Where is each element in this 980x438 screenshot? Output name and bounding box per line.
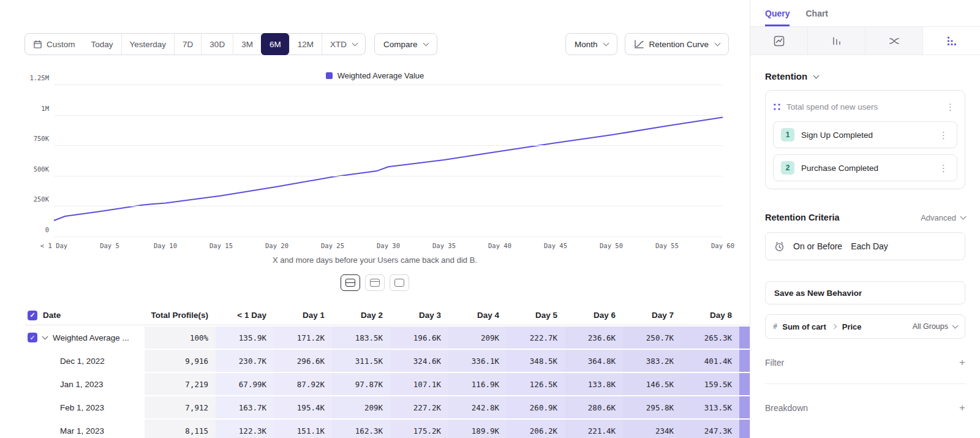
gridline xyxy=(54,145,723,146)
date-column-header: Date xyxy=(43,311,61,320)
y-axis-label: 0 xyxy=(21,226,49,233)
x-axis-label: Day 35 xyxy=(432,242,456,249)
column-header[interactable]: Day 4 xyxy=(448,306,507,325)
range-yesterday[interactable]: Yesterday xyxy=(121,34,175,55)
measure-event[interactable]: Sum of cart xyxy=(782,322,826,331)
all-groups-dropdown[interactable]: All Groups xyxy=(913,322,957,331)
retention-value-cell: 175.2K xyxy=(390,420,448,438)
behavior-step[interactable]: 2Purchase Completed⋮ xyxy=(773,154,957,181)
behavior-step[interactable]: 1Sign Up Completed⋮ xyxy=(773,121,957,148)
range-3m[interactable]: 3M xyxy=(233,34,261,55)
retention-table: ✓ Date Total Profile(s)< 1 DayDay 1Day 2… xyxy=(24,304,750,438)
custom-range-label: Custom xyxy=(47,40,75,49)
add-breakdown-button[interactable]: + xyxy=(959,402,965,413)
retention-report-app: Custom TodayYesterday7D30D3M6M12M XTD Co… xyxy=(0,0,980,438)
total-profiles-cell: 9,916 xyxy=(145,350,216,372)
column-header[interactable]: Total Profile(s) xyxy=(145,306,216,325)
filter-label: Filter xyxy=(765,358,784,368)
criteria-mode-dropdown[interactable]: Advanced xyxy=(921,213,965,222)
retention-value-cell: 209K xyxy=(332,396,390,418)
kebab-menu-icon[interactable]: ⋮ xyxy=(937,129,951,141)
column-header[interactable]: Day 8 xyxy=(681,306,739,325)
retention-value-cell: 163.7K xyxy=(216,396,274,418)
expand-row-chevron-icon[interactable] xyxy=(42,334,48,340)
row-label: Jan 1, 2023 xyxy=(24,380,104,389)
range-xtd[interactable]: XTD xyxy=(322,34,365,55)
retention-value-cell: 313.5K xyxy=(681,396,739,418)
report-type-switcher xyxy=(750,27,980,55)
overflow-value-cell xyxy=(739,350,750,372)
measure-property[interactable]: Price xyxy=(842,322,862,331)
tab-query[interactable]: Query xyxy=(765,0,790,26)
behavior-title: Total spend of new users xyxy=(786,102,938,111)
chart-controls: Month Retention Curve xyxy=(565,33,729,55)
retention-criteria-title: Retention Criteria xyxy=(765,213,840,222)
criteria-condition-dropdown[interactable]: On or Before xyxy=(793,241,842,251)
chart-over-table-view-button[interactable] xyxy=(365,274,385,291)
gridline xyxy=(54,85,723,85)
kebab-menu-icon[interactable]: ⋮ xyxy=(943,101,957,113)
retention-curve-icon xyxy=(634,40,644,49)
retention-section-header[interactable]: Retention xyxy=(750,55,980,81)
legend-label: Weighted Average Value xyxy=(337,71,424,80)
range-30d[interactable]: 30D xyxy=(201,34,233,55)
x-axis-label: Day 60 xyxy=(711,242,734,249)
add-filter-button[interactable]: + xyxy=(959,357,965,368)
custom-range-button[interactable]: Custom xyxy=(25,34,83,55)
panel-tabs: Query Chart xyxy=(750,0,980,27)
granularity-dropdown[interactable]: Month xyxy=(565,33,618,55)
range-12m[interactable]: 12M xyxy=(289,34,322,55)
flows-report-tab[interactable] xyxy=(865,27,923,55)
select-all-checkbox[interactable]: ✓ xyxy=(28,311,37,320)
x-axis-label: Day 15 xyxy=(209,242,233,249)
retention-line-series xyxy=(54,85,723,237)
chevron-down-icon xyxy=(952,323,959,329)
query-builder-panel: Query Chart xyxy=(750,0,980,438)
row-checkbox[interactable]: ✓ xyxy=(28,333,37,342)
funnels-report-tab[interactable] xyxy=(808,27,865,55)
table-only-view-button[interactable] xyxy=(390,274,409,291)
chevron-down-icon xyxy=(960,214,967,220)
retention-value-cell: 135.9K xyxy=(216,327,274,349)
column-header[interactable]: Day 3 xyxy=(390,306,448,325)
split-view-button[interactable] xyxy=(341,274,360,291)
tab-chart[interactable]: Chart xyxy=(805,0,828,26)
retention-value-cell: 324.6K xyxy=(390,350,448,372)
retention-value-cell: 206.2K xyxy=(507,420,565,438)
retention-value-cell: 242.8K xyxy=(448,396,507,418)
column-header[interactable]: Day 7 xyxy=(623,306,681,325)
retention-value-cell: 260.9K xyxy=(507,396,565,418)
row-label: Mar 1, 2023 xyxy=(24,426,104,436)
x-axis-label: Day 10 xyxy=(154,242,177,249)
chart-over-table-icon xyxy=(370,279,380,287)
range-today[interactable]: Today xyxy=(83,34,121,55)
compare-button[interactable]: Compare xyxy=(374,33,438,55)
column-header[interactable]: Day 2 xyxy=(332,306,390,325)
insights-report-tab[interactable] xyxy=(750,27,808,55)
retention-value-cell: 209K xyxy=(448,327,507,349)
gridline xyxy=(54,176,723,176)
column-header[interactable]: Day 6 xyxy=(565,306,623,325)
save-as-new-behavior-button[interactable]: Save as New Behavior xyxy=(765,281,965,304)
chart-legend: Weighted Average Value xyxy=(0,71,750,80)
number-property-icon: # xyxy=(773,322,777,331)
section-divider xyxy=(765,383,965,384)
range-7d[interactable]: 7D xyxy=(174,34,201,55)
criteria-frequency-dropdown[interactable]: Each Day xyxy=(851,241,888,251)
date-range-toolbar: Custom TodayYesterday7D30D3M6M12M XTD Co… xyxy=(24,33,729,55)
behavior-icon xyxy=(773,103,781,111)
retention-value-cell: 265.3K xyxy=(681,327,739,349)
chart-view-dropdown[interactable]: Retention Curve xyxy=(625,33,729,55)
range-6m[interactable]: 6M xyxy=(261,33,289,55)
column-header[interactable]: < 1 Day xyxy=(216,306,274,325)
table-only-icon xyxy=(394,279,404,287)
kebab-menu-icon[interactable]: ⋮ xyxy=(937,162,951,174)
retention-value-cell: 280.6K xyxy=(565,396,623,418)
clock-icon xyxy=(774,241,785,252)
x-axis-label: Day 30 xyxy=(377,242,400,249)
column-header[interactable]: Day 1 xyxy=(274,306,332,325)
retention-report-tab[interactable] xyxy=(923,27,980,55)
column-header[interactable]: Day 5 xyxy=(507,306,565,325)
table-header-row: ✓ Date Total Profile(s)< 1 DayDay 1Day 2… xyxy=(24,306,750,325)
retention-icon xyxy=(946,36,957,47)
